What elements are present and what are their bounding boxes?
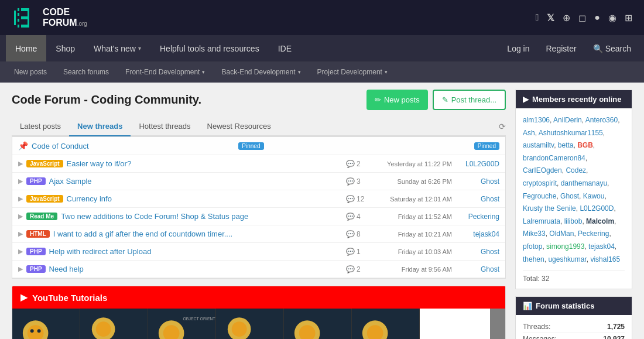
- chevron-right-icon: ▶: [18, 195, 23, 203]
- forum-user[interactable]: tejask04: [455, 230, 499, 238]
- page-title-row: Code Forum - Coding Community. ✏ New pos…: [12, 90, 506, 110]
- youtube-section: ▶ YouTube Tutorials HON TUTOR: [12, 286, 506, 339]
- subnav-backend[interactable]: Back-End Development ▾: [213, 61, 309, 83]
- refresh-icon[interactable]: ⟳: [499, 122, 506, 131]
- member-link[interactable]: Ash: [523, 129, 535, 137]
- forum-user[interactable]: Ghost: [455, 177, 499, 186]
- video-thumb[interactable]: HON TUTOR ERROR HANDLING: [284, 309, 352, 339]
- forum-thread-link[interactable]: Need help: [49, 265, 84, 273]
- member-link[interactable]: L0L2G00D: [580, 204, 614, 213]
- twitter-icon[interactable]: 𝕏: [547, 12, 554, 23]
- member-link[interactable]: austamiltv: [523, 141, 554, 149]
- member-link-malcolm[interactable]: Malcolm: [586, 217, 614, 225]
- subnav-project[interactable]: Project Development ▾: [309, 61, 396, 83]
- forum-user[interactable]: Peckering: [455, 213, 499, 221]
- member-link[interactable]: tejask04: [588, 242, 615, 251]
- reply-icon: 💬: [346, 195, 355, 203]
- discord-icon[interactable]: ⊕: [563, 12, 570, 23]
- youtube-videos-container: HON TUTOR HE RETURN STATEMEN MING LANGUA…: [12, 309, 420, 339]
- member-link[interactable]: ugeshkumar: [548, 255, 586, 263]
- member-link[interactable]: alm1306: [523, 116, 550, 124]
- member-link[interactable]: OldMan: [549, 230, 574, 238]
- logo[interactable]: CODE FORUM.org: [12, 5, 87, 31]
- member-link[interactable]: vishal165: [590, 255, 620, 263]
- forum-user[interactable]: Ghost: [455, 248, 499, 256]
- register-button[interactable]: Register: [539, 35, 584, 61]
- member-link[interactable]: Ashutoshkumar1155: [539, 129, 603, 137]
- tab-newest-resources[interactable]: Newest Resources: [199, 117, 279, 136]
- forum-thread-link[interactable]: Easier way to if/or?: [67, 159, 132, 168]
- svg-rect-4: [18, 19, 19, 22]
- forum-thread-link[interactable]: Help with redirect after Upload: [49, 247, 152, 256]
- member-link[interactable]: lilibob: [564, 217, 583, 225]
- member-link[interactable]: Ghost: [560, 192, 579, 200]
- post-thread-button[interactable]: ✎ Post thread...: [433, 90, 506, 110]
- instagram-icon[interactable]: ◻: [578, 12, 586, 23]
- member-link[interactable]: Krusty the Senile: [523, 204, 576, 213]
- forum-user[interactable]: L0L2G00D: [455, 160, 499, 168]
- video-thumb[interactable]: HON TUTOR IF STATEMENTS: [352, 309, 420, 339]
- new-posts-icon: ✏: [375, 95, 381, 104]
- tag-php[interactable]: PHP: [26, 177, 46, 185]
- forum-thread-link[interactable]: Ajax Sample: [49, 177, 92, 186]
- svg-rect-10: [28, 19, 29, 25]
- forum-thread-link[interactable]: Code of Conduct: [32, 142, 89, 150]
- member-link[interactable]: CarIEOgden: [523, 166, 562, 174]
- subnav-new-posts[interactable]: New posts: [6, 61, 55, 83]
- member-link[interactable]: Mike33: [523, 230, 546, 238]
- member-link-simong[interactable]: simong1993: [546, 242, 584, 251]
- member-link[interactable]: Kawou: [583, 192, 605, 200]
- forum-thread-link[interactable]: I want to add a gif after the end of cou…: [53, 230, 232, 238]
- subnav-search-forums[interactable]: Search forums: [55, 61, 117, 83]
- video-thumb[interactable]: HON TUTOR HE RETURN STATEMEN: [12, 309, 80, 339]
- subnav-frontend[interactable]: Front-End Development ▾: [117, 61, 213, 83]
- tag-readme[interactable]: Read Me: [26, 213, 57, 220]
- member-link[interactable]: cryptospirit: [523, 179, 557, 187]
- svg-rect-8: [21, 25, 29, 28]
- member-link[interactable]: Codez: [566, 166, 586, 174]
- nav-home[interactable]: Home: [6, 35, 46, 61]
- members-online-section: ▶ Members recently online alm1306, AnilD…: [515, 90, 632, 289]
- member-link[interactable]: AnilDerin: [553, 116, 582, 124]
- member-link[interactable]: thehen: [523, 255, 544, 263]
- member-link[interactable]: Lalremruata: [523, 217, 560, 225]
- nav-whats-new[interactable]: What's new ▾: [84, 35, 150, 61]
- tag-php[interactable]: PHP: [26, 248, 46, 255]
- member-link[interactable]: Peckering: [578, 230, 609, 238]
- github-icon[interactable]: ◉: [608, 12, 616, 23]
- nav-ide[interactable]: IDE: [269, 35, 301, 61]
- forum-thread-link[interactable]: Currency info: [67, 194, 112, 203]
- member-link[interactable]: pfotop: [523, 242, 542, 251]
- reddit-icon[interactable]: ●: [594, 12, 600, 23]
- carousel-next-button[interactable]: ›: [490, 309, 505, 339]
- nav-shop[interactable]: Shop: [46, 35, 84, 61]
- rss-icon[interactable]: ⊞: [625, 12, 632, 23]
- member-link[interactable]: danthemanayu: [561, 179, 607, 187]
- facebook-icon[interactable]: : [535, 12, 539, 23]
- video-thumb[interactable]: OBJECT ORIENTED HON TUTOR S & INSTANCE A…: [148, 309, 216, 339]
- login-button[interactable]: Log in: [500, 35, 536, 61]
- tag-javascript[interactable]: JavaScript: [26, 195, 63, 203]
- tag-javascript[interactable]: JavaScript: [26, 160, 63, 167]
- tag-php[interactable]: PHP: [26, 265, 46, 273]
- forum-user[interactable]: Ghost: [455, 265, 499, 273]
- chevron-right-icon: ▶: [18, 160, 23, 167]
- forum-thread-title: Help with redirect after Upload: [49, 247, 342, 256]
- tab-hottest-threads[interactable]: Hottest threads: [131, 117, 198, 136]
- forum-user[interactable]: Ghost: [455, 195, 499, 203]
- svg-rect-2: [18, 8, 19, 11]
- nav-helpful-tools[interactable]: Helpful tools and resources: [150, 35, 269, 61]
- member-link[interactable]: Antero360: [585, 116, 618, 124]
- member-link[interactable]: Fegrouche: [523, 192, 556, 200]
- member-link[interactable]: brandonCameron84: [523, 154, 585, 162]
- search-button[interactable]: 🔍 Search: [586, 35, 638, 61]
- member-link[interactable]: betta: [558, 141, 574, 149]
- video-thumb[interactable]: MING LANGUAGE 2d arrays & nested loop ▼: [216, 309, 284, 339]
- tag-html[interactable]: HTML: [26, 230, 50, 238]
- tab-new-threads[interactable]: New threads: [69, 117, 131, 136]
- tab-latest-posts[interactable]: Latest posts: [12, 117, 69, 136]
- new-posts-button[interactable]: ✏ New posts: [366, 90, 428, 110]
- forum-thread-link[interactable]: Two new additions to Code Forum! Shop & …: [61, 212, 248, 221]
- video-thumb[interactable]: MING LANGUAGE getters & setters ▼: [80, 309, 148, 339]
- member-link-bgb[interactable]: BGB: [577, 141, 593, 149]
